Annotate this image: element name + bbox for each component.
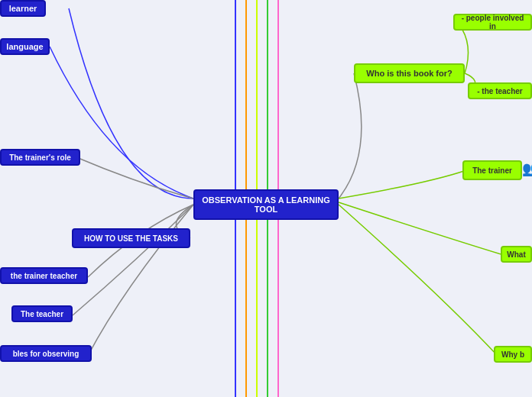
trainer-icon: 👥 (522, 159, 532, 179)
node-the-trainer: The trainer (462, 160, 522, 180)
node-what: What (501, 246, 532, 263)
node-learner: learner (0, 0, 46, 17)
node-who-is-book: Who is this book for? (354, 63, 465, 83)
node-people-involved: - people involved in (453, 14, 532, 31)
node-the-teacher: The teacher (11, 305, 73, 322)
node-bles-observing: bles for observing (0, 345, 92, 362)
center-node: OBSERVATION AS A LEARNING TOOL (193, 189, 339, 220)
node-language: language (0, 38, 50, 55)
node-trainer-teacher: the trainer teacher (0, 267, 88, 284)
node-how-to-use: HOW TO USE THE TASKS (72, 228, 190, 248)
node-the-teacher-right: - the teacher (468, 82, 532, 99)
node-why: Why b (494, 346, 532, 363)
node-trainers-role: The trainer's role (0, 149, 80, 166)
